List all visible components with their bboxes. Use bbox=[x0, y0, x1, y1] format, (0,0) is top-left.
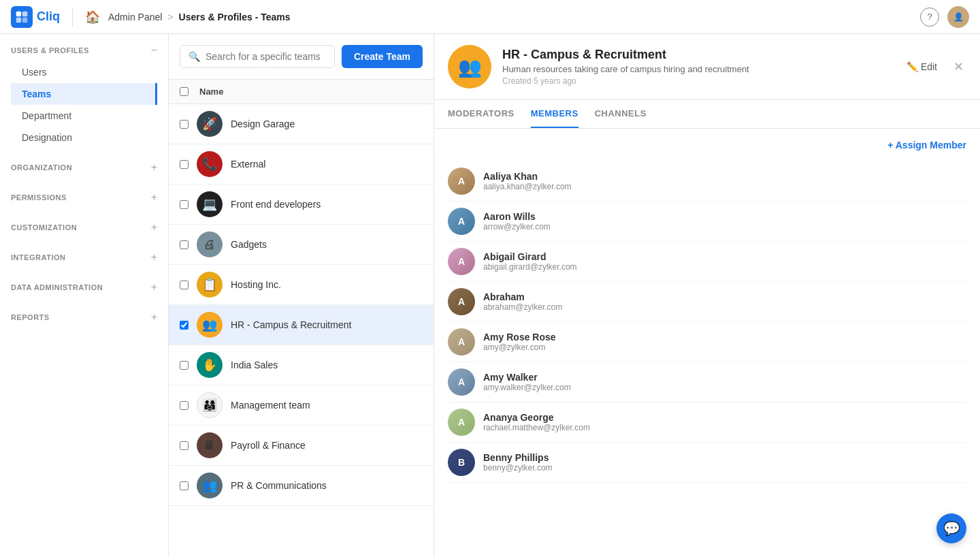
sidebar-section-users-profiles: USERS & PROFILES − Users Teams Departmen… bbox=[0, 34, 168, 151]
help-icon: ? bbox=[927, 12, 932, 22]
sidebar-section-expand-customization[interactable]: + bbox=[151, 222, 157, 233]
search-icon: 🔍 bbox=[189, 51, 200, 62]
member-avatar: A bbox=[448, 168, 475, 195]
detail-body: + Assign Member A Aaliya Khan aaliya.kha… bbox=[434, 129, 980, 557]
detail-tabs: MODERATORS MEMBERS CHANNELS bbox=[434, 100, 980, 129]
member-email: arrow@zylker.com bbox=[483, 222, 551, 232]
detail-team-info: HR - Campus & Recruitment Human resource… bbox=[502, 48, 889, 86]
assign-member-button[interactable]: + Assign Member bbox=[887, 137, 966, 153]
team-row[interactable]: ✋ India Sales bbox=[169, 345, 434, 385]
team-name: Front end developers bbox=[231, 199, 321, 210]
team-row[interactable]: 👥 PR & Communications bbox=[169, 466, 434, 506]
home-icon[interactable]: 🏠 bbox=[85, 10, 100, 25]
team-row[interactable]: 👨‍👩‍👧 Management team bbox=[169, 385, 434, 426]
sidebar-item-users[interactable]: Users bbox=[11, 61, 157, 83]
member-email: amy@zylker.com bbox=[483, 343, 556, 352]
assign-member-btn-container: + Assign Member bbox=[448, 137, 966, 153]
sidebar-item-teams[interactable]: Teams bbox=[11, 83, 157, 105]
member-email: rachael.matthew@zylker.com bbox=[483, 423, 590, 432]
team-checkbox[interactable] bbox=[180, 281, 189, 289]
sidebar-section-expand-reports[interactable]: + bbox=[151, 312, 157, 323]
breadcrumb-current: Users & Profiles - Teams bbox=[179, 12, 291, 22]
svg-rect-2 bbox=[16, 17, 22, 22]
member-name: Benny Phillips bbox=[483, 452, 553, 463]
tab-moderators[interactable]: MODERATORS bbox=[448, 100, 514, 128]
team-name: HR - Campus & Recruitment bbox=[231, 319, 351, 330]
detail-header: 👥 HR - Campus & Recruitment Human resour… bbox=[434, 34, 980, 100]
team-avatar-icon: 📞 bbox=[202, 157, 217, 172]
team-row[interactable]: 💻 Front end developers bbox=[169, 185, 434, 225]
team-avatar-icon: 📋 bbox=[202, 277, 217, 292]
team-checkbox[interactable] bbox=[180, 441, 189, 450]
breadcrumb-sep: > bbox=[167, 12, 173, 22]
sidebar-section-title-permissions: PERMISSIONS bbox=[11, 193, 67, 202]
team-checkbox[interactable] bbox=[180, 481, 189, 490]
sidebar-section-integration: INTEGRATION + bbox=[0, 241, 168, 271]
create-team-button[interactable]: Create Team bbox=[342, 45, 423, 68]
member-avatar-icon: A bbox=[458, 417, 465, 428]
sidebar-section-expand-permissions[interactable]: + bbox=[151, 192, 157, 203]
sidebar-item-designation[interactable]: Designation bbox=[11, 127, 157, 148]
team-list-header: 🔍 Create Team bbox=[169, 34, 434, 80]
user-avatar[interactable]: 👤 bbox=[947, 6, 969, 28]
member-info: Aaron Wills arrow@zylker.com bbox=[483, 211, 551, 232]
team-row[interactable]: 🚀 Design Garage bbox=[169, 104, 434, 144]
sidebar-section-header-organization: ORGANIZATION + bbox=[11, 162, 157, 173]
close-detail-button[interactable]: ✕ bbox=[951, 57, 966, 77]
chat-widget[interactable]: 💬 bbox=[936, 513, 966, 543]
chat-icon: 💬 bbox=[943, 520, 960, 537]
team-checkbox[interactable] bbox=[180, 200, 189, 209]
member-name: Amy Walker bbox=[483, 372, 571, 383]
members-list: A Aaliya Khan aaliya.khan@zylker.com A A… bbox=[448, 161, 966, 483]
team-row[interactable]: 🖨 Gadgets bbox=[169, 225, 434, 265]
tab-channels[interactable]: CHANNELS bbox=[595, 100, 647, 128]
team-name: India Sales bbox=[231, 360, 278, 370]
team-checkbox[interactable] bbox=[180, 160, 189, 169]
topbar: Cliq 🏠 Admin Panel > Users & Profiles - … bbox=[0, 0, 980, 34]
team-row[interactable]: 🖩 Payroll & Finance bbox=[169, 426, 434, 466]
sidebar-item-department[interactable]: Department bbox=[11, 105, 157, 127]
team-checkbox[interactable] bbox=[180, 321, 189, 330]
team-row[interactable]: 📞 External bbox=[169, 144, 434, 185]
edit-team-button[interactable]: ✏️ Edit bbox=[900, 57, 944, 76]
team-name: External bbox=[231, 159, 265, 170]
select-all-checkbox[interactable] bbox=[180, 87, 189, 96]
tab-members[interactable]: MEMBERS bbox=[531, 100, 578, 128]
team-avatar-icon: 🚀 bbox=[202, 116, 217, 131]
detail-team-created: Created 5 years ago bbox=[502, 76, 889, 86]
team-checkbox[interactable] bbox=[180, 361, 189, 370]
detail-header-actions: ✏️ Edit ✕ bbox=[900, 57, 966, 77]
team-list-table-header: Name bbox=[169, 80, 434, 104]
sidebar-section-expand-organization[interactable]: + bbox=[151, 162, 157, 173]
team-checkbox[interactable] bbox=[180, 240, 189, 249]
team-row[interactable]: 👥 HR - Campus & Recruitment bbox=[169, 305, 434, 345]
team-checkbox[interactable] bbox=[180, 120, 189, 129]
member-email: abigail.girard@zylker.com bbox=[483, 262, 577, 272]
app-name: Cliq bbox=[37, 10, 60, 24]
help-button[interactable]: ? bbox=[920, 7, 939, 27]
team-checkbox[interactable] bbox=[180, 401, 189, 410]
team-avatar-icon: 👨‍👩‍👧 bbox=[202, 398, 217, 413]
team-avatar-icon: 👥 bbox=[202, 317, 217, 332]
logo-icon bbox=[11, 6, 33, 28]
member-row: A Amy Rose Rose amy@zylker.com bbox=[448, 322, 966, 362]
avatar-icon: 👤 bbox=[953, 12, 964, 22]
member-name: Aaliya Khan bbox=[483, 171, 572, 182]
search-box[interactable]: 🔍 bbox=[180, 45, 335, 68]
breadcrumb: Admin Panel > Users & Profiles - Teams bbox=[108, 12, 291, 22]
team-row[interactable]: 📋 Hosting Inc. bbox=[169, 265, 434, 305]
member-name: Abigail Girard bbox=[483, 251, 577, 262]
sidebar-section-collapse-users-profiles[interactable]: − bbox=[151, 45, 157, 56]
sidebar-section-expand-integration[interactable]: + bbox=[151, 252, 157, 263]
sidebar-section-expand-data-admin[interactable]: + bbox=[151, 282, 157, 293]
app-logo[interactable]: Cliq bbox=[11, 6, 60, 28]
team-name: Management team bbox=[231, 400, 310, 411]
member-avatar: B bbox=[448, 449, 475, 476]
member-avatar: A bbox=[448, 409, 475, 436]
search-input[interactable] bbox=[206, 51, 326, 62]
member-name: Abraham bbox=[483, 291, 562, 302]
member-info: Amy Walker amy.walker@zylker.com bbox=[483, 372, 571, 392]
team-avatar: 🖨 bbox=[197, 232, 223, 257]
member-avatar: A bbox=[448, 288, 475, 315]
sidebar-section-reports: REPORTS + bbox=[0, 301, 168, 331]
